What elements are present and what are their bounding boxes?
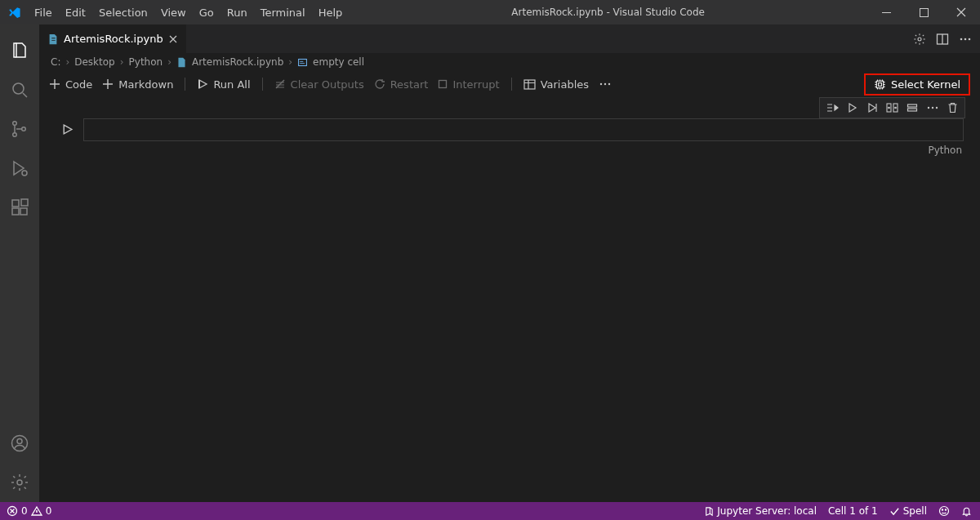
settings-icon[interactable]	[913, 33, 926, 46]
tab-artemisrock[interactable]: ArtemisRock.ipynb	[39, 24, 187, 53]
svg-rect-21	[300, 60, 303, 61]
svg-rect-1	[920, 8, 928, 16]
editor-area: ArtemisRock.ipynb C: › Desktop	[39, 24, 980, 502]
run-cell-icon[interactable]	[51, 118, 83, 141]
svg-rect-0	[882, 12, 891, 13]
svg-rect-29	[879, 82, 882, 86]
svg-point-13	[17, 480, 22, 485]
crumb-file[interactable]: ArtemisRock.ipynb	[192, 56, 283, 68]
add-code-button[interactable]: Code	[49, 78, 92, 91]
cell-more-icon[interactable]	[926, 101, 939, 114]
vscode-logo-icon	[0, 6, 28, 20]
notebook-toolbar: Code Markdown Run All Clear Outputs Rest…	[39, 71, 980, 97]
window-controls	[867, 0, 980, 24]
svg-point-41	[942, 509, 942, 510]
svg-point-6	[22, 171, 27, 176]
status-jupyter[interactable]: Jupyter Server: local	[703, 505, 817, 517]
run-debug-icon[interactable]	[0, 149, 39, 188]
cell-editor[interactable]	[83, 118, 964, 141]
svg-point-38	[936, 107, 938, 109]
toolbar-more-icon[interactable]	[599, 78, 612, 91]
collapse-cell-icon[interactable]	[906, 102, 918, 113]
menu-file[interactable]: File	[28, 0, 59, 24]
svg-point-36	[928, 107, 929, 109]
select-kernel-button[interactable]: Select Kernel	[864, 73, 970, 96]
svg-rect-10	[21, 199, 28, 206]
svg-rect-35	[908, 109, 917, 111]
add-markdown-button[interactable]: Markdown	[102, 78, 173, 91]
svg-point-27	[608, 83, 610, 85]
svg-point-3	[13, 122, 17, 126]
execute-above-icon[interactable]	[866, 102, 878, 113]
menu-bar: File Edit Selection View Go Run Terminal…	[28, 0, 349, 24]
notebook-file-icon	[47, 33, 59, 45]
explorer-icon[interactable]	[0, 31, 39, 70]
interrupt-button[interactable]: Interrupt	[438, 78, 499, 91]
cell-toolbar	[39, 97, 980, 118]
menu-edit[interactable]: Edit	[59, 0, 92, 24]
menu-terminal[interactable]: Terminal	[254, 0, 312, 24]
svg-point-33	[895, 107, 897, 109]
tab-row: ArtemisRock.ipynb	[39, 24, 980, 53]
svg-rect-24	[524, 80, 535, 89]
svg-rect-20	[299, 59, 307, 65]
status-spell[interactable]: Spell	[889, 505, 927, 517]
svg-point-14	[918, 38, 921, 41]
crumb-python[interactable]: Python	[129, 56, 163, 68]
split-editor-icon[interactable]	[936, 33, 949, 46]
variables-button[interactable]: Variables	[523, 78, 589, 91]
menu-view[interactable]: View	[154, 0, 193, 24]
crumb-drive[interactable]: C:	[51, 56, 60, 68]
svg-point-37	[932, 107, 933, 109]
accounts-icon[interactable]	[0, 424, 39, 463]
status-cell-position[interactable]: Cell 1 of 1	[828, 505, 878, 517]
close-button[interactable]	[942, 0, 980, 24]
more-icon[interactable]	[959, 33, 972, 46]
svg-point-18	[964, 38, 967, 40]
maximize-button[interactable]	[905, 0, 942, 24]
execute-cell-icon[interactable]	[847, 102, 858, 113]
notebook-file-icon	[176, 57, 187, 68]
svg-rect-22	[300, 63, 305, 64]
menu-go[interactable]: Go	[193, 0, 220, 24]
run-all-button[interactable]: Run All	[197, 78, 250, 91]
svg-point-2	[13, 83, 24, 94]
delete-cell-icon[interactable]	[947, 102, 958, 113]
svg-point-32	[889, 107, 890, 109]
cell-language-label[interactable]: Python	[39, 141, 980, 156]
crumb-desktop[interactable]: Desktop	[74, 56, 115, 68]
search-icon[interactable]	[0, 70, 39, 109]
svg-rect-34	[908, 104, 917, 107]
split-cell-icon[interactable]	[886, 102, 898, 113]
crumb-cell[interactable]: empty cell	[313, 56, 364, 68]
svg-rect-8	[12, 208, 19, 215]
settings-gear-icon[interactable]	[0, 463, 39, 502]
run-by-line-icon[interactable]	[826, 102, 839, 113]
svg-point-26	[604, 83, 606, 85]
tab-close-icon[interactable]	[168, 34, 178, 44]
svg-point-42	[945, 509, 946, 510]
menu-run[interactable]: Run	[220, 0, 254, 24]
extensions-icon[interactable]	[0, 188, 39, 227]
chevron-right-icon: ›	[120, 56, 124, 68]
status-bell-icon[interactable]	[961, 505, 972, 517]
svg-point-17	[960, 38, 963, 40]
svg-point-12	[17, 439, 22, 444]
source-control-icon[interactable]	[0, 109, 39, 149]
menu-selection[interactable]: Selection	[92, 0, 154, 24]
svg-point-25	[600, 83, 602, 85]
notebook-cell	[39, 118, 980, 141]
chevron-right-icon: ›	[167, 56, 172, 68]
title-bar: File Edit Selection View Go Run Terminal…	[0, 0, 980, 24]
menu-help[interactable]: Help	[312, 0, 350, 24]
svg-rect-7	[12, 200, 19, 207]
breadcrumb[interactable]: C: › Desktop › Python › ArtemisRock.ipyn…	[39, 53, 980, 71]
activity-bar	[0, 24, 39, 502]
minimize-button[interactable]	[867, 0, 905, 24]
restart-button[interactable]: Restart	[374, 78, 429, 91]
clear-outputs-button[interactable]: Clear Outputs	[274, 78, 364, 91]
status-problems[interactable]: 0 0	[7, 505, 51, 517]
window-title: ArtemisRock.ipynb - Visual Studio Code	[349, 7, 867, 18]
svg-point-4	[13, 133, 17, 137]
status-feedback-icon[interactable]	[938, 505, 950, 517]
